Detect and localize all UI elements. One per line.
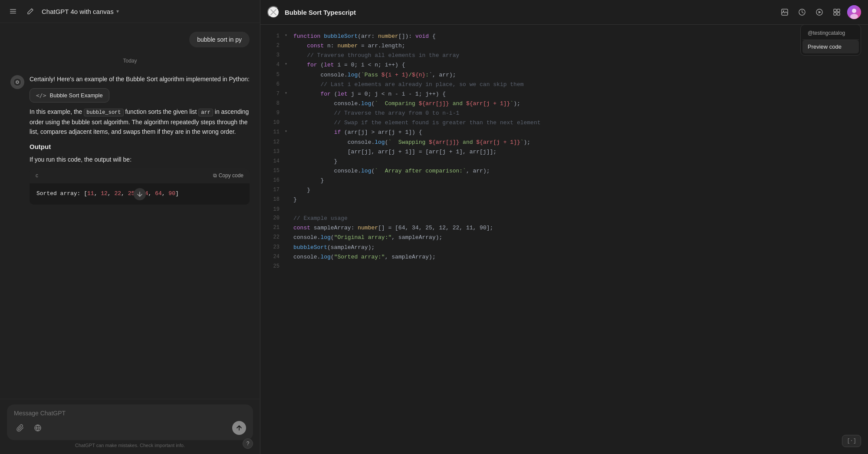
copy-code-button[interactable]: ⧉ Copy code (213, 172, 243, 179)
line-number: 5 (267, 71, 279, 79)
code-line: 7▾ for (let j = 0; j < n - i - 1; j++) { (260, 89, 868, 99)
help-button[interactable]: ? (243, 438, 253, 449)
line-number: 22 (267, 233, 279, 242)
code-area: 1▾function bubbleSort(arr: number[]): vo… (260, 25, 868, 454)
copy-icon: ⧉ (213, 172, 217, 179)
line-number: 11 (267, 128, 279, 136)
code-line: 3 // Traverse through all elements in th… (260, 51, 868, 60)
line-number: 12 (267, 138, 279, 146)
line-number: 24 (267, 253, 279, 261)
num-11: 11 (87, 190, 94, 197)
line-number: 2 (267, 42, 279, 50)
right-header: Bubble Sort Typescript (260, 0, 868, 25)
date-divider: Today (10, 54, 250, 67)
line-content: } (293, 176, 861, 185)
num-12: 12 (101, 190, 108, 197)
line-content: } (293, 157, 861, 166)
line-toggle[interactable]: ▾ (285, 128, 292, 135)
code-line: 23bubbleSort(sampleArray); (260, 243, 868, 252)
line-content: for (let i = 0; i < n; i++) { (293, 61, 861, 70)
assistant-description: In this example, the bubble_sort functio… (30, 107, 250, 136)
message-input-box (7, 404, 253, 440)
svg-rect-12 (837, 13, 840, 15)
line-number: 23 (267, 243, 279, 252)
code-line: 17 } (260, 186, 868, 195)
line-number: 16 (267, 176, 279, 185)
code-output-body: Sorted array: [11, 12, 22, 25, 34, 64, 9… (30, 183, 250, 205)
line-toggle[interactable]: ▾ (285, 90, 292, 97)
code-icon: </> (36, 92, 46, 99)
right-header-icons (778, 5, 861, 19)
panel-title: Bubble Sort Typescript (285, 9, 773, 16)
code-line: 16 } (260, 176, 868, 186)
user-avatar[interactable] (847, 5, 861, 19)
svg-rect-1 (10, 11, 16, 12)
code-line: 4▾ for (let i = 0; i < n; i++) { (260, 60, 868, 70)
top-bar: ChatGPT 4o with canvas ▾ (0, 0, 260, 23)
code-output-header: c ⧉ Copy code (30, 168, 250, 183)
line-content: // Traverse through all elements in the … (293, 51, 861, 60)
line-toggle[interactable]: ▾ (285, 32, 292, 39)
message-input-area: ChatGPT can make mistakes. Check importa… (0, 399, 260, 454)
code-line: 12 console.log(` Swapping ${arr[j]} and … (260, 138, 868, 147)
code-line: 9 // Traverse the array from 0 to n-i-1 (260, 109, 868, 118)
code-line: 2 const n: number = arr.length; (260, 41, 868, 51)
svg-rect-9 (834, 9, 836, 12)
svg-point-15 (850, 14, 858, 19)
user-message-container: bubble sort in py (10, 32, 250, 47)
preview-code-button[interactable]: Preview code (802, 40, 859, 53)
code-line: 10 // Swap if the element found is great… (260, 118, 868, 128)
play-button[interactable] (812, 5, 826, 19)
line-number: 9 (267, 109, 279, 117)
code-line: 5 console.log(`Pass ${i + 1}/${n}:`, arr… (260, 70, 868, 80)
bottom-right-badge: [·] (842, 435, 861, 447)
assistant-avatar (10, 75, 24, 89)
globe-button[interactable] (31, 421, 44, 434)
edit-button[interactable] (24, 5, 36, 17)
line-content: const n: number = arr.length; (293, 42, 861, 50)
image-view-button[interactable] (778, 5, 792, 19)
attach-button[interactable] (14, 421, 27, 434)
preview-dropdown: @testingcatalog Preview code (800, 24, 861, 56)
message-input[interactable] (14, 410, 246, 417)
code-line: 24console.log("Sorted array:", sampleArr… (260, 252, 868, 262)
code-line: 25 (260, 262, 868, 271)
sidebar-toggle-button[interactable] (7, 5, 19, 17)
line-number: 3 (267, 51, 279, 60)
history-button[interactable] (795, 5, 809, 19)
line-content: function bubbleSort(arr: number[]): void… (293, 32, 861, 41)
code-line: 21const sampleArray: number[] = [64, 34,… (260, 223, 868, 233)
sorted-prefix: Sorted array: [ (36, 190, 87, 197)
code-line: 11▾ if (arr[j] > arr[j + 1]) { (260, 128, 868, 137)
inline-code-arr: arr (198, 109, 213, 116)
line-number: 19 (267, 205, 279, 214)
code-line: 18} (260, 195, 868, 205)
send-button[interactable] (232, 421, 246, 435)
output-description: If you run this code, the output will be… (30, 155, 250, 164)
svg-point-14 (852, 9, 856, 13)
line-number: 18 (267, 196, 279, 204)
line-toggle[interactable]: ▾ (285, 61, 292, 68)
line-content: // Swap if the element found is greater … (293, 119, 861, 127)
code-line: 13 [arr[j], arr[j + 1]] = [arr[j + 1], a… (260, 147, 868, 157)
bubble-sort-code-button[interactable]: </> Bubble Sort Example (30, 88, 109, 103)
num-90: 90 (168, 190, 175, 197)
close-panel-button[interactable] (267, 6, 279, 18)
line-content: console.log("Original array:", sampleArr… (293, 233, 861, 242)
line-content: [arr[j], arr[j + 1]] = [arr[j + 1], arr[… (293, 148, 861, 156)
assistant-intro: Certainly! Here's an example of the Bubb… (30, 74, 250, 84)
svg-rect-2 (10, 13, 16, 14)
line-content: // Example usage (293, 214, 861, 223)
line-number: 21 (267, 224, 279, 232)
line-content: } (293, 196, 861, 204)
num-64: 64 (155, 190, 162, 197)
scroll-down-button[interactable] (134, 188, 146, 200)
right-panel: Bubble Sort Typescript (260, 0, 868, 454)
layers-button[interactable] (830, 5, 844, 19)
line-content: const sampleArray: number[] = [64, 34, 2… (293, 224, 861, 232)
line-content: // Traverse the array from 0 to n-i-1 (293, 109, 861, 118)
svg-rect-0 (10, 9, 16, 10)
svg-point-6 (783, 10, 784, 12)
app-title[interactable]: ChatGPT 4o with canvas ▾ (42, 8, 119, 15)
line-number: 10 (267, 119, 279, 127)
